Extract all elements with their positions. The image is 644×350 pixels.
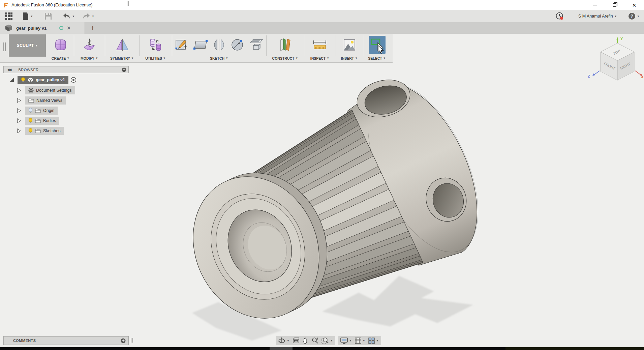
minimize-button[interactable] <box>585 0 605 10</box>
undo-icon <box>63 13 71 19</box>
clock-icon <box>555 12 564 21</box>
file-menu-button[interactable]: ▼ <box>22 10 33 22</box>
redo-button[interactable]: ▼ <box>82 10 94 22</box>
activate-component-icon[interactable] <box>70 77 76 83</box>
inspect-menu-button[interactable]: INSPECT▼ <box>310 55 329 61</box>
utilities-menu-button[interactable]: UTILITIES▼ <box>145 55 166 61</box>
convert-utility-icon[interactable] <box>148 37 163 52</box>
model-viewport[interactable] <box>0 63 644 347</box>
collapse-triangle-icon[interactable] <box>17 98 21 103</box>
new-tab-button[interactable]: + <box>88 22 98 34</box>
collapse-triangle-icon[interactable] <box>17 88 21 93</box>
tab-close-icon[interactable]: ✕ <box>67 25 71 31</box>
sketches-pill[interactable]: Sketches <box>25 127 64 135</box>
bodies-pill[interactable]: Bodies <box>25 117 59 125</box>
create-sketch-icon[interactable] <box>174 38 188 52</box>
collapse-triangle-icon[interactable] <box>17 128 21 133</box>
toolbar-ribbon: SCULPT ▼ CREATE▼ <box>0 34 393 63</box>
zoom-icon <box>312 337 318 344</box>
zoom-tool-button[interactable] <box>312 337 318 344</box>
create-form-icon[interactable] <box>53 37 68 52</box>
visibility-bulb-off-icon[interactable] <box>28 108 33 113</box>
ribbon-group-insert: INSERT▼ <box>336 34 363 62</box>
visibility-bulb-icon[interactable] <box>21 77 25 83</box>
comments-resize-grip[interactable] <box>131 338 133 343</box>
ribbon-group-symmetry: SYMMETRY▼ <box>105 34 139 62</box>
folder-icon <box>28 98 34 103</box>
user-account-menu[interactable]: S M Anamul Arefin ▼ <box>578 10 617 22</box>
fusion-logo-icon <box>3 2 9 8</box>
document-tab[interactable]: gear_pulley v1 ✕ <box>0 22 85 34</box>
help-menu-button[interactable]: ? ▼ <box>628 10 640 22</box>
workspace-label: SCULPT <box>17 43 34 48</box>
named-views-pill[interactable]: Named Views <box>25 96 66 105</box>
sketch-circle-icon[interactable] <box>230 38 244 52</box>
viewports-icon <box>368 338 375 344</box>
orbit-tool-button[interactable]: ▼ <box>278 337 289 344</box>
look-at-button[interactable] <box>293 338 300 344</box>
ribbon-separator <box>74 35 74 56</box>
close-button[interactable]: ✕ <box>624 0 644 10</box>
browser-title: BROWSER <box>18 68 38 72</box>
grid-snap-button[interactable]: ▼ <box>355 338 365 344</box>
sketch-project-icon[interactable] <box>249 37 264 52</box>
mirror-symmetry-icon[interactable] <box>115 37 129 52</box>
ribbon-separator <box>172 35 172 56</box>
expand-triangle-icon[interactable] <box>9 78 14 82</box>
app-launcher-grid-icon[interactable] <box>5 10 13 22</box>
display-monitor-icon <box>340 338 348 344</box>
browser-minimize-icon[interactable] <box>122 67 126 72</box>
tab-title: gear_pulley v1 <box>16 26 47 31</box>
ribbon-separator <box>139 35 140 56</box>
os-taskbar-edge <box>0 347 644 350</box>
browser-row-sketches[interactable]: Sketches <box>17 127 64 135</box>
redo-icon <box>82 13 90 19</box>
browser-row-named-views[interactable]: Named Views <box>17 96 66 105</box>
sketch-menu-button[interactable]: SKETCH▼ <box>210 55 228 61</box>
viewports-button[interactable]: ▼ <box>368 338 379 344</box>
document-settings-pill[interactable]: Document Settings <box>25 86 75 94</box>
visibility-bulb-icon[interactable] <box>28 128 33 134</box>
undo-button[interactable]: ▼ <box>63 10 75 22</box>
construct-menu-button[interactable]: CONSTRUCT▼ <box>272 55 298 61</box>
browser-collapse-icon[interactable]: ◀◀ <box>7 68 11 71</box>
sketch-fillet-icon[interactable] <box>213 38 225 52</box>
browser-panel-header[interactable]: ◀◀ BROWSER <box>3 66 129 73</box>
browser-row-bodies[interactable]: Bodies <box>17 117 59 125</box>
symmetry-menu-button[interactable]: SYMMETRY▼ <box>110 55 134 61</box>
window-title: Autodesk Fusion 360 (Education License) <box>11 2 93 7</box>
display-settings-group: ▼ ▼ ▼ <box>338 336 381 345</box>
comments-panel[interactable]: COMMENTS <box>3 336 129 345</box>
collapse-triangle-icon[interactable] <box>17 118 21 123</box>
browser-row-document-settings[interactable]: Document Settings <box>17 86 75 94</box>
browser-resize-grip[interactable] <box>127 1 129 6</box>
select-menu-button[interactable]: SELECT▼ <box>368 55 386 61</box>
measure-icon[interactable] <box>312 38 328 52</box>
browser-row-root[interactable]: gear_pulley v1 <box>9 76 76 84</box>
ribbon-separator <box>105 35 105 56</box>
create-menu-button[interactable]: CREATE▼ <box>52 55 69 61</box>
modify-menu-button[interactable]: MODIFY▼ <box>81 55 98 61</box>
restore-button[interactable] <box>605 0 624 10</box>
add-comment-icon[interactable] <box>121 338 126 343</box>
visibility-bulb-icon[interactable] <box>28 118 33 123</box>
construct-plane-icon[interactable] <box>277 37 293 53</box>
view-cube[interactable]: Y Z X TOP FRONT RIGHT <box>585 36 644 83</box>
workspace-selector[interactable]: SCULPT ▼ <box>9 34 46 57</box>
ribbon-grip-handle[interactable] <box>3 42 6 51</box>
job-status-button[interactable] <box>555 10 564 22</box>
origin-pill[interactable]: Origin <box>25 107 58 115</box>
root-node-pill[interactable]: gear_pulley v1 <box>18 76 68 84</box>
save-button[interactable] <box>44 10 52 22</box>
display-settings-button[interactable]: ▼ <box>340 338 352 344</box>
gear-pulley-model[interactable] <box>171 66 502 339</box>
collapse-triangle-icon[interactable] <box>17 108 21 113</box>
insert-image-icon[interactable] <box>342 38 357 52</box>
file-caret-icon: ▼ <box>30 15 33 18</box>
edit-form-icon[interactable] <box>82 37 97 53</box>
sketch-rectangle-icon[interactable] <box>193 39 208 51</box>
browser-row-origin[interactable]: Origin <box>17 107 58 115</box>
pan-tool-button[interactable] <box>303 338 309 344</box>
fit-zoom-window-button[interactable]: ▼ <box>321 337 333 344</box>
insert-menu-button[interactable]: INSERT▼ <box>341 55 358 61</box>
